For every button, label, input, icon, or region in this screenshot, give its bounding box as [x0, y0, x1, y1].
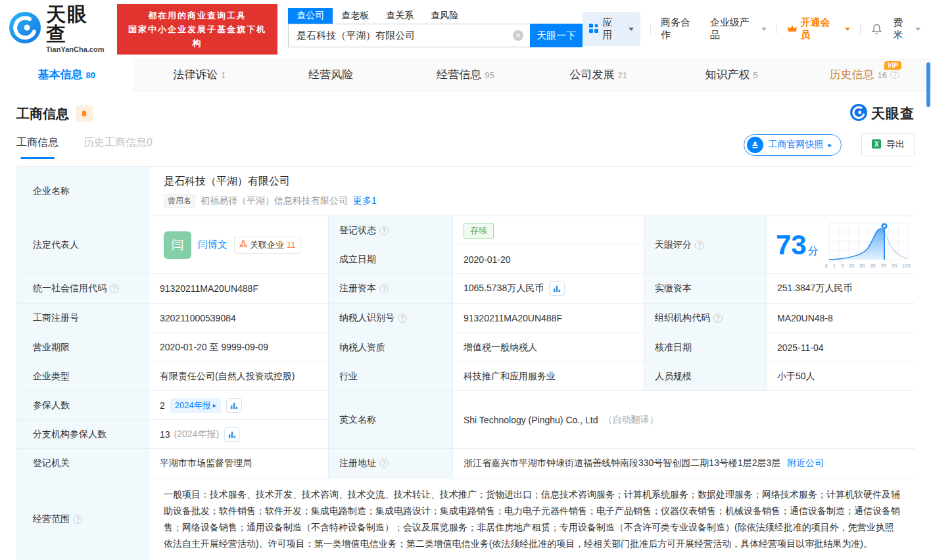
- apps-label: 应用: [602, 16, 622, 41]
- chevron-right-icon: ▸: [828, 141, 832, 149]
- stamp-icon: [747, 137, 763, 153]
- address-value: 浙江省嘉兴市平湖市钟埭街道福善线钟南段330号智创园二期13号楼1层2层3层: [464, 457, 780, 469]
- org-code-label: 组织机构代码?: [644, 304, 766, 333]
- help-icon[interactable]: ?: [695, 241, 704, 250]
- branch-insured-label: 分支机构参保人数: [17, 420, 149, 448]
- tab-basic-info[interactable]: 基本信息 80: [0, 58, 133, 91]
- annual-report-badge[interactable]: 2024年报 ▸: [170, 398, 221, 413]
- paid-capital-label: 实缴资本: [644, 274, 766, 303]
- english-name: Shi Technology (Pinghu) Co., Ltd: [464, 415, 598, 425]
- score-value: 73: [776, 231, 807, 259]
- help-icon[interactable]: ?: [379, 226, 389, 235]
- monitor-bell-icon[interactable]: [76, 105, 93, 122]
- business-info-table: 企业名称 是石科技（平湖）有限公司 曾用名 初福易得（平湖）信息科技有限公司 更…: [16, 166, 915, 560]
- nearby-companies-link[interactable]: 附近公司: [787, 457, 824, 469]
- legal-rep-avatar[interactable]: 闫: [164, 231, 191, 259]
- insured-label: 参保人数: [17, 391, 149, 419]
- chevron-right-icon: ▸: [213, 402, 216, 409]
- taxpayer-id-value: 91320211MA20UN488F: [453, 304, 644, 333]
- user-menu[interactable]: 费米: [893, 16, 920, 41]
- help-icon[interactable]: ?: [110, 284, 119, 293]
- company-type-label: 企业类型: [17, 362, 149, 390]
- crown-icon: [787, 24, 798, 35]
- export-button[interactable]: X 导出: [861, 133, 915, 156]
- tab-legal-litigation[interactable]: 法律诉讼 1: [133, 58, 266, 91]
- score-distribution-chart[interactable]: 01 315 5085 9799 100: [825, 222, 911, 269]
- reg-capital-value: 1065.5738万人民币: [464, 283, 544, 294]
- company-type-value: 有限责任公司(自然人投资或控股): [149, 362, 328, 390]
- search-input[interactable]: [288, 24, 530, 47]
- search-tab-company[interactable]: 查公司: [288, 8, 333, 24]
- official-snapshot-button[interactable]: 工商官网快照 ▸: [744, 134, 842, 156]
- help-icon[interactable]: ?: [398, 314, 407, 323]
- nav-cooperation[interactable]: 商务合作: [661, 16, 700, 41]
- apps-menu[interactable]: 应用: [583, 12, 640, 46]
- legal-rep-name-link[interactable]: 闫博文: [198, 239, 227, 251]
- taxpayer-quality-label: 纳税人资质: [329, 333, 452, 362]
- brand-text: 天眼查: [871, 105, 915, 123]
- tab-intellectual-property[interactable]: 知识产权 5: [665, 58, 798, 91]
- related-companies-badge[interactable]: 关联企业 11: [234, 237, 301, 254]
- business-scope-text: 一般项目：技术服务、技术开发、技术咨询、技术交流、技术转让、技术推广；货物进出口…: [149, 478, 917, 560]
- search-area: 查公司 查老板 查关系 查风险 ✕ 天眼一下: [288, 8, 583, 47]
- insured-cell: 2 2024年报 ▸: [149, 391, 328, 419]
- taxpayer-quality-value: 增值税一般纳税人: [453, 333, 644, 362]
- subtab-business-registration[interactable]: 工商信息: [16, 136, 59, 159]
- scrollbar-thumb[interactable]: [926, 62, 930, 107]
- search-tab-boss[interactable]: 查老板: [333, 8, 377, 24]
- tianyancha-logo[interactable]: 天眼查 TianYanCha.com: [9, 5, 109, 53]
- taxpayer-id-label: 纳税人识别号?: [329, 304, 452, 333]
- notification-bell-icon[interactable]: [871, 23, 883, 35]
- paid-capital-value: 251.3847万人民币: [767, 274, 917, 303]
- legal-rep-cell: 闫 闫博文 关联企业 11: [149, 216, 328, 273]
- nav-enterprise[interactable]: 企业级产品: [710, 16, 767, 41]
- score-label: 天眼评分?: [644, 216, 766, 273]
- help-icon[interactable]: ?: [890, 70, 899, 79]
- address-cell: 浙江省嘉兴市平湖市钟埭街道福善线钟南段330号智创园二期13号楼1层2层3层 附…: [453, 449, 917, 478]
- promo-line1: 都在用的商业查询工具: [124, 9, 272, 22]
- subtab-history-registration[interactable]: 历史工商信息0: [84, 136, 153, 159]
- former-name: 初福易得（平湖）信息科技有限公司: [201, 195, 348, 207]
- brand-watermark: 天眼查: [850, 104, 915, 124]
- branch-insured-trend-icon[interactable]: [224, 427, 240, 442]
- top-nav: 应用 商务合作 企业级产品 开通会员 费米: [583, 12, 920, 46]
- legal-rep-label: 法定代表人: [17, 216, 149, 273]
- nav-open-vip[interactable]: 开通会员: [787, 16, 850, 41]
- tab-history-info[interactable]: VIP 历史信息 16 ?: [798, 58, 931, 91]
- scope-label: 经营范围?: [17, 478, 149, 560]
- auto-translate-note: （自动翻译）: [603, 414, 658, 426]
- industry-label: 行业: [329, 362, 452, 390]
- tab-operating-risk[interactable]: 经营风险: [266, 58, 399, 91]
- tab-company-development[interactable]: 公司发展 21: [532, 58, 665, 91]
- staff-size-label: 人员规模: [644, 362, 766, 390]
- svg-text:X: X: [874, 141, 879, 148]
- chevron-down-icon: [761, 28, 767, 31]
- reg-authority-value: 平湖市市场监督管理局: [149, 449, 328, 478]
- score-unit: 分: [808, 245, 819, 258]
- tab-business-info[interactable]: 经营信息 95: [399, 58, 532, 91]
- reg-number-label: 工商注册号: [17, 304, 149, 333]
- help-icon[interactable]: ?: [713, 314, 723, 323]
- capital-trend-icon[interactable]: [549, 281, 565, 296]
- more-former-names-link[interactable]: 更多1: [353, 195, 377, 207]
- reg-number-value: 320211000539084: [149, 304, 328, 333]
- company-name-cell: 是石科技（平湖）有限公司 曾用名 初福易得（平湖）信息科技有限公司 更多1: [149, 167, 917, 216]
- vip-badge: VIP: [884, 61, 901, 70]
- insured-trend-icon[interactable]: [226, 398, 242, 413]
- promo-banner: 都在用的商业查询工具 国家中小企业发展子基金旗下机构: [117, 4, 278, 55]
- help-icon[interactable]: ?: [379, 459, 389, 468]
- promo-line2: 国家中小企业发展子基金旗下机构: [124, 22, 272, 50]
- search-tab-risk[interactable]: 查风险: [422, 8, 467, 24]
- approval-date-value: 2025-11-04: [767, 333, 917, 362]
- search-button[interactable]: 天眼一下: [530, 24, 583, 47]
- help-icon[interactable]: ?: [73, 515, 82, 524]
- logo-title: 天眼查: [46, 5, 109, 44]
- chevron-down-icon: [845, 28, 850, 31]
- reg-capital-cell: 1065.5738万人民币: [453, 274, 644, 303]
- address-label: 注册地址?: [329, 449, 452, 478]
- org-code-value: MA20UN48-8: [767, 304, 917, 333]
- status-badge: 存续: [464, 223, 494, 239]
- help-icon[interactable]: ?: [379, 284, 389, 293]
- search-tab-relation[interactable]: 查关系: [377, 8, 422, 24]
- reg-capital-label: 注册资本?: [329, 274, 452, 303]
